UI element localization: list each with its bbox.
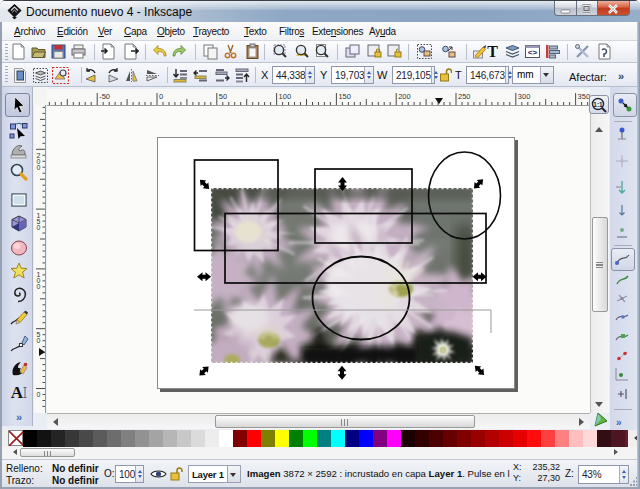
svg-text:300: 300 [518,92,531,101]
svg-text:1:1: 1:1 [593,101,603,108]
svg-text:-50: -50 [99,92,110,101]
svg-text:T: T [487,43,498,60]
svg-text:250: 250 [458,92,471,101]
svg-text:200: 200 [398,92,411,101]
svg-text:0: 0 [37,337,41,344]
svg-text:A: A [11,383,24,402]
svg-text:0: 0 [37,283,41,290]
svg-text:0: 0 [37,164,41,171]
svg-text:100: 100 [279,92,292,101]
svg-text:<>: <> [528,48,538,57]
svg-text:50: 50 [219,92,227,101]
svg-text:150: 150 [338,92,351,101]
svg-text:0: 0 [37,224,41,231]
svg-text:0: 0 [159,92,163,101]
svg-text:0: 0 [37,391,41,398]
